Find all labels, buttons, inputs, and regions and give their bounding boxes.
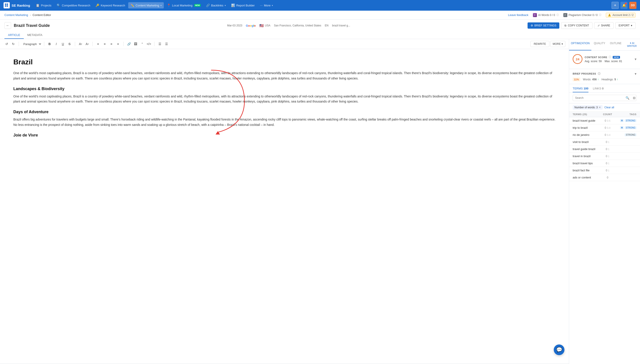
- back-button[interactable]: ←: [5, 22, 11, 29]
- clear-all-filters[interactable]: Clear all: [604, 106, 614, 109]
- doc-date: Mar-03 2023: [227, 24, 242, 27]
- table-row[interactable]: brazil travel guide 0 3-5 H STRONG: [569, 117, 640, 124]
- filter-tag-label: Number of words: 3: [574, 106, 598, 109]
- competitive-icon: 🔍: [57, 4, 60, 7]
- brief-collapse-icon[interactable]: ▾: [635, 72, 636, 76]
- table-row[interactable]: trip to brazil 0 3-4 H STRONG: [569, 124, 640, 132]
- align-justify-button[interactable]: ≡: [115, 41, 121, 47]
- tab-metadata-label: METADATA: [27, 33, 43, 36]
- code-button[interactable]: </>: [146, 41, 152, 47]
- align-left-button[interactable]: ≡: [95, 41, 101, 47]
- document-title: Brazil Travel Guide: [14, 23, 50, 28]
- editor-content[interactable]: Brazil One of the world's most captivati…: [0, 49, 569, 363]
- ai-writer-tab-label: AI WRITER: [627, 42, 637, 47]
- content-dropdown-arrow: ▾: [160, 4, 161, 7]
- content-heading-2[interactable]: Landscapes & Biodiversity: [13, 86, 556, 91]
- tab-outline[interactable]: OUTLINE: [607, 39, 624, 50]
- table-row[interactable]: travel in brazil 0 1: [569, 153, 640, 160]
- nav-local-label: Local Marketing: [172, 4, 192, 7]
- score-header: 24 CONTENT SCORE ⓘ NEW Avg. score: 59 Ma…: [573, 54, 636, 64]
- ai-words-counter: ✦ AI Words 0 / 0 ⓘ: [533, 13, 559, 17]
- highlight-button[interactable]: A▾: [77, 41, 84, 47]
- score-collapse-icon[interactable]: ▾: [635, 57, 636, 61]
- table-row[interactable]: ads or content 0: [569, 174, 640, 181]
- redo-button[interactable]: ↻: [10, 41, 17, 47]
- country-value: USA: [265, 24, 271, 27]
- term-name: ads or content: [573, 176, 601, 179]
- export-label: EXPORT: [619, 24, 629, 27]
- term-name: travel in brazil: [573, 154, 601, 158]
- user-avatar[interactable]: DD: [629, 2, 636, 9]
- nav-projects-label: Projects: [41, 4, 51, 7]
- headings-trend-icon: ↑: [617, 78, 618, 81]
- outline-tab-label: OUTLINE: [610, 42, 621, 45]
- term-count: 0 1: [601, 140, 614, 144]
- brief-settings-button[interactable]: ⚙ BRIEF SETTINGS: [528, 22, 560, 29]
- breadcrumb-bar: Content Marketing › Content Editor Leave…: [0, 11, 640, 20]
- share-button[interactable]: ⤢ SHARE: [594, 22, 613, 29]
- content-paragraph-2[interactable]: One of the world's most captivating plac…: [13, 94, 556, 104]
- table-row[interactable]: rio de janeiro 0 3-4 STRONG: [569, 132, 640, 138]
- avg-label: Avg. score:: [585, 60, 598, 63]
- more-toolbar-button[interactable]: MORE ▾: [550, 41, 565, 47]
- content-heading-1[interactable]: Brazil: [13, 58, 556, 66]
- filter-icon[interactable]: ⊟: [633, 96, 635, 100]
- table-row[interactable]: travel guide brazil 0 1: [569, 146, 640, 153]
- strikethrough-button[interactable]: S: [66, 41, 73, 47]
- italic-button[interactable]: I: [53, 41, 59, 47]
- export-button[interactable]: EXPORT ▾: [615, 22, 635, 29]
- tab-metadata[interactable]: METADATA: [24, 32, 46, 39]
- quote-button[interactable]: ": [139, 41, 145, 47]
- tab-optimization[interactable]: OPTIMIZATION: [569, 39, 591, 50]
- tab-article[interactable]: ARTICLE: [5, 32, 24, 39]
- align-center-button[interactable]: ≡: [102, 41, 108, 47]
- content-heading-4[interactable]: Joie de Vivre: [13, 133, 556, 138]
- doc-location: San Francisco, California, United States: [274, 24, 321, 27]
- table-row[interactable]: brazil travel tips 0 1: [569, 160, 640, 167]
- nav-content-marketing[interactable]: ✏️ Content Marketing ▾: [128, 2, 164, 8]
- tab-terms[interactable]: TERMS 100: [573, 87, 588, 92]
- nav-keyword-research[interactable]: 🔑 Keyword Research: [93, 2, 127, 8]
- rewrite-button[interactable]: REWRITE: [530, 41, 549, 47]
- content-paragraph-1[interactable]: One of the world's most captivating plac…: [13, 70, 556, 81]
- copy-content-button[interactable]: ⧉ COPY CONTENT: [561, 22, 592, 29]
- bold-button[interactable]: B: [47, 41, 53, 47]
- image-button[interactable]: 🖼: [132, 41, 139, 47]
- max-value: 81: [619, 60, 622, 63]
- nav-right-actions: + 🔔 DD: [611, 2, 636, 9]
- nav-report-builder[interactable]: 📊 Report Builder: [229, 2, 257, 8]
- tab-quality[interactable]: QUALITY: [591, 39, 607, 50]
- table-row[interactable]: visit to brazil 0 1: [569, 138, 640, 146]
- color-group: A▾ A▾: [77, 41, 90, 47]
- undo-button[interactable]: ↺: [4, 41, 10, 47]
- notifications-button[interactable]: 🔔: [620, 2, 627, 9]
- content-paragraph-3[interactable]: Brazil offers big adventures for travele…: [13, 117, 556, 128]
- align-right-button[interactable]: ≡: [108, 41, 114, 47]
- projects-icon: 📋: [36, 4, 40, 7]
- nav-logo[interactable]: SE Ranking: [4, 2, 30, 8]
- notification-badge: [625, 3, 627, 4]
- chat-support-button[interactable]: 💬: [554, 344, 564, 355]
- breadcrumb-parent[interactable]: Content Marketing: [5, 13, 28, 17]
- ordered-list-button[interactable]: ☰: [163, 41, 169, 47]
- terms-tab-label: TERMS: [573, 87, 583, 90]
- table-row[interactable]: brazil fact file 0 1: [569, 167, 640, 174]
- leave-feedback-link[interactable]: Leave feedback: [508, 13, 528, 17]
- text-color-button[interactable]: A▾: [84, 41, 90, 47]
- tab-ai-writer[interactable]: ✦ AI WRITER: [624, 39, 640, 50]
- tab-links[interactable]: LINKS 0: [593, 87, 603, 92]
- nav-competitive-research[interactable]: 🔍 Competitive Research: [55, 2, 92, 8]
- content-heading-3[interactable]: Days of Adventure: [13, 110, 556, 114]
- nav-more-label: More: [264, 4, 271, 7]
- more-dropdown-arrow: ▾: [272, 4, 273, 7]
- underline-button[interactable]: U: [60, 41, 66, 47]
- add-button[interactable]: +: [611, 2, 619, 9]
- link-button[interactable]: 🔗: [126, 41, 132, 47]
- filter-tag-close[interactable]: ✕: [599, 106, 601, 109]
- nav-projects[interactable]: 📋 Projects: [34, 2, 54, 8]
- paragraph-style-select[interactable]: Paragraph: [21, 41, 42, 47]
- nav-backlinks[interactable]: 🔗 Backlinks ▾: [204, 2, 228, 8]
- bullet-list-button[interactable]: ☰: [157, 41, 163, 47]
- nav-local-marketing[interactable]: 📍 Local Marketing NEW: [165, 2, 203, 8]
- nav-more[interactable]: ··· More ▾: [258, 2, 275, 8]
